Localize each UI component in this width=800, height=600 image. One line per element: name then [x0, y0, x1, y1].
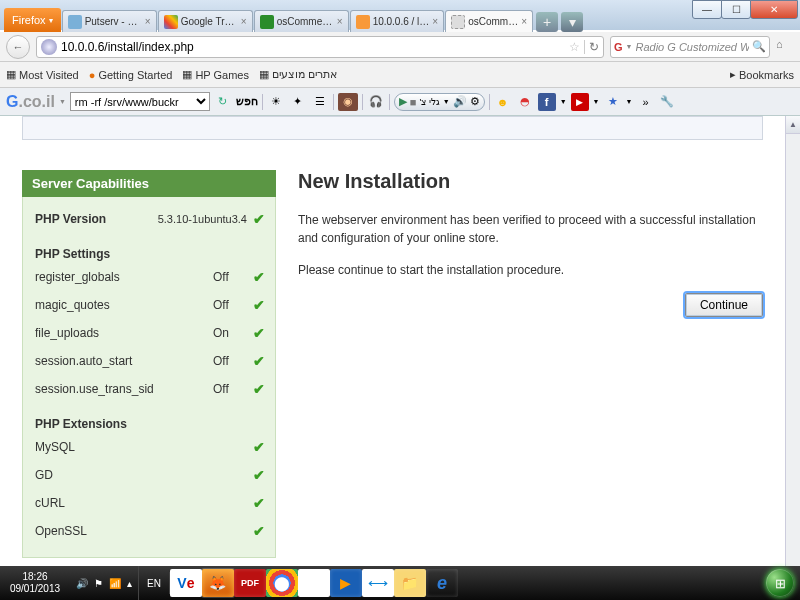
sparkle-icon[interactable]: ✦ — [289, 93, 307, 111]
tab-close-icon[interactable]: × — [432, 16, 438, 27]
home-button[interactable]: ⌂ — [776, 38, 794, 56]
header-box — [22, 116, 763, 140]
facebook-icon[interactable]: f — [538, 93, 556, 111]
taskbar-app-explorer[interactable]: 📁 — [394, 569, 426, 597]
tab-label: Putserv - C… — [85, 16, 142, 27]
avatar-icon[interactable]: ◉ — [338, 93, 358, 111]
weather-icon[interactable]: ☀ — [267, 93, 285, 111]
reload-icon[interactable]: ↻ — [214, 93, 232, 111]
back-button[interactable]: ← — [6, 35, 30, 59]
tab-phpmyadmin[interactable]: 10.0.0.6 / l…× — [350, 10, 445, 32]
footer: Copyright © 2000-2007 osCommerce (Copyri… — [0, 558, 785, 566]
star-icon[interactable]: ★ — [604, 93, 622, 111]
chevron-down-icon[interactable]: ▼ — [443, 98, 450, 105]
taskbar-app-ie[interactable]: e — [426, 569, 458, 597]
bookmark-star-icon[interactable]: ☆ — [569, 40, 580, 54]
tab-oscommerce-install[interactable]: osComm…× — [445, 10, 533, 32]
start-button[interactable]: ⊞ — [760, 566, 800, 600]
url-input[interactable] — [61, 40, 565, 54]
taskbar-app-vnc[interactable]: Ve — [170, 569, 202, 597]
tab-bar: Firefox Putserv - C…× Google Tra…× osCom… — [0, 8, 583, 32]
check-icon: ✔ — [253, 381, 265, 397]
tab-close-icon[interactable]: × — [241, 16, 247, 27]
toolbar-select[interactable]: rm -rf /srv/www/buckr — [70, 92, 210, 111]
volume-icon[interactable]: 🔊 — [453, 95, 467, 108]
check-icon: ✔ — [253, 269, 265, 285]
google-logo-icon[interactable]: G.co.il — [6, 93, 55, 111]
volume-icon[interactable]: 🔊 — [76, 578, 88, 589]
chevron-down-icon[interactable]: ▼ — [626, 98, 633, 105]
chevron-down-icon[interactable]: ▼ — [626, 43, 633, 50]
play-icon[interactable]: ▶ — [399, 95, 407, 108]
bookmark-most-visited[interactable]: ▦Most Visited — [6, 68, 79, 81]
tab-oscommerce[interactable]: osCommerc…× — [254, 10, 349, 32]
list-icon[interactable]: ☰ — [311, 93, 329, 111]
taskbar-app-chrome[interactable]: ⬤ — [266, 569, 298, 597]
smiley-icon[interactable]: ☻ — [494, 93, 512, 111]
settings-icon[interactable]: ⚙ — [470, 95, 480, 108]
ext-key: MySQL — [35, 440, 253, 454]
action-center-icon[interactable]: ⚑ — [94, 578, 103, 589]
ext-key: OpenSSL — [35, 524, 253, 538]
favicon-icon — [356, 15, 370, 29]
headphones-icon[interactable]: 🎧 — [367, 93, 385, 111]
radio-station-label: גלי צ' — [420, 97, 440, 107]
taskbar-clock[interactable]: 18:2609/01/2013 — [0, 569, 70, 597]
taskbar-app-media-player[interactable]: ▶ — [330, 569, 362, 597]
system-tray[interactable]: 🔊 ⚑ 📶 ▴ — [70, 566, 139, 600]
intro-text-1: The webserver environment has been verif… — [298, 211, 763, 247]
chevron-down-icon[interactable]: ▼ — [560, 98, 567, 105]
stop-icon[interactable]: ■ — [410, 96, 417, 108]
bookmark-hp-games[interactable]: ▦HP Games — [182, 68, 249, 81]
php-version-value: 5.3.10-1ubuntu3.4 — [158, 213, 247, 225]
bookmark-label: Most Visited — [19, 69, 79, 81]
vertical-scrollbar[interactable]: ▲ — [785, 116, 800, 566]
taskbar-app-firefox[interactable]: 🦊 — [202, 569, 234, 597]
tab-close-icon[interactable]: × — [145, 16, 151, 27]
check-icon: ✔ — [253, 467, 265, 483]
youtube-icon[interactable]: ▶ — [571, 93, 589, 111]
clock-time: 18:26 — [4, 571, 66, 583]
tab-list-button[interactable]: ▾ — [561, 12, 583, 32]
tab-close-icon[interactable]: × — [521, 16, 527, 27]
extensions-header: PHP Extensions — [23, 403, 275, 433]
bookmark-getting-started[interactable]: ●Getting Started — [89, 69, 173, 81]
tab-putserv[interactable]: Putserv - C…× — [62, 10, 157, 32]
tab-close-icon[interactable]: × — [337, 16, 343, 27]
reload-button[interactable]: ↻ — [589, 40, 599, 54]
taskbar-app-mirc[interactable]: mRC — [298, 569, 330, 597]
check-icon: ✔ — [253, 211, 265, 227]
window-minimize-button[interactable]: — — [692, 0, 722, 19]
bookmark-hebrew[interactable]: ▦אתרים מוצעים — [259, 68, 337, 81]
url-bar[interactable]: ☆ ↻ — [36, 36, 604, 58]
overflow-icon[interactable]: » — [636, 93, 654, 111]
search-engine-icon[interactable]: G — [614, 41, 623, 53]
setting-value: Off — [213, 382, 253, 396]
window-maximize-button[interactable]: ☐ — [721, 0, 751, 19]
firefox-menu-button[interactable]: Firefox — [4, 8, 61, 32]
chevron-down-icon[interactable]: ▼ — [59, 98, 66, 105]
window-close-button[interactable]: ✕ — [750, 0, 798, 19]
chevron-down-icon[interactable]: ▼ — [593, 98, 600, 105]
angry-bird-icon[interactable]: ◓ — [516, 93, 534, 111]
setting-key: register_globals — [35, 270, 213, 284]
scroll-up-button[interactable]: ▲ — [786, 116, 800, 134]
network-icon[interactable]: 📶 — [109, 578, 121, 589]
new-tab-button[interactable]: + — [536, 12, 558, 32]
wrench-icon[interactable]: 🔧 — [658, 93, 676, 111]
check-icon: ✔ — [253, 353, 265, 369]
radio-player[interactable]: ▶ ■ גלי צ' ▼ 🔊 ⚙ — [394, 93, 485, 111]
tray-chevron-icon[interactable]: ▴ — [127, 578, 132, 589]
taskbar-app-pdf[interactable]: PDF — [234, 569, 266, 597]
language-indicator[interactable]: EN — [139, 578, 169, 589]
clock-date: 09/01/2013 — [4, 583, 66, 595]
setting-value: Off — [213, 354, 253, 368]
taskbar-app-teamviewer[interactable]: ⟷ — [362, 569, 394, 597]
search-go-icon[interactable]: 🔍 — [752, 40, 766, 53]
continue-button[interactable]: Continue — [685, 293, 763, 317]
setting-value: On — [213, 326, 253, 340]
tab-google[interactable]: Google Tra…× — [158, 10, 253, 32]
toolbar-search-label[interactable]: חפש — [236, 95, 258, 108]
search-bar[interactable]: G ▼ Radio G Customized W 🔍 — [610, 36, 770, 58]
bookmarks-menu-button[interactable]: ▸Bookmarks — [730, 68, 794, 81]
